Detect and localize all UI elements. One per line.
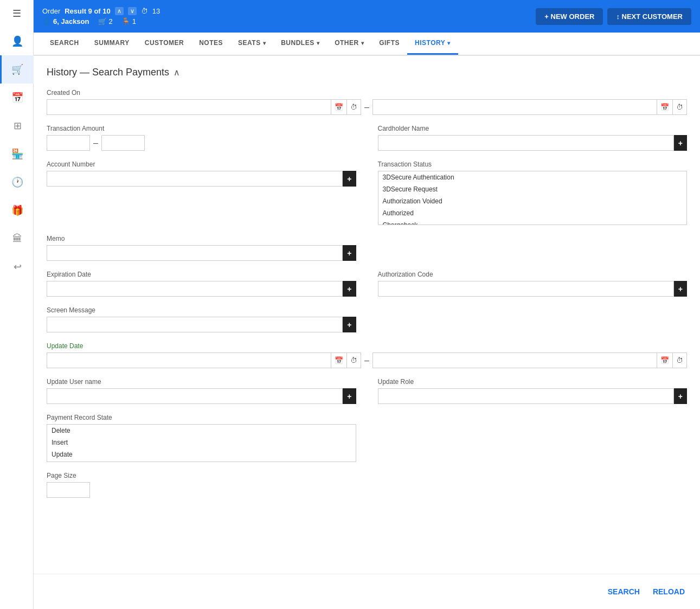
store-icon: 🏪 [11, 148, 23, 160]
update-calendar-start[interactable]: 📅 [331, 353, 346, 368]
sidebar-item-cart[interactable]: 🛒 [0, 55, 34, 84]
sidebar-item-gift[interactable]: 🎁 [0, 196, 34, 225]
update-username-plus[interactable]: + [343, 388, 356, 404]
created-on-end-input[interactable] [373, 100, 657, 114]
result-next-btn[interactable]: ∨ [128, 7, 137, 15]
calendar-picker-start[interactable]: 📅 [331, 100, 346, 114]
clock-picker-start[interactable]: ⏱ [346, 100, 361, 114]
expiration-date-plus[interactable]: + [343, 281, 356, 297]
transaction-status-label: Transaction Status [378, 161, 688, 168]
update-date-range: 📅 ⏱ – 📅 ⏱ [47, 352, 687, 368]
transaction-status-listbox[interactable]: 3DSecure Authentication 3DSecure Request… [378, 171, 688, 225]
amount-min-input[interactable] [47, 135, 90, 151]
transaction-amount-label: Transaction Amount [47, 125, 356, 132]
collapse-icon[interactable]: ∧ [174, 67, 180, 78]
update-date-label: Update Date [47, 342, 687, 350]
tab-search[interactable]: SEARCH [42, 33, 87, 55]
list-item[interactable]: Authorized [378, 207, 687, 219]
header: Order Result 9 of 10 ∧ ∨ ⏱ 13 👤 6, Jacks… [34, 0, 700, 33]
screen-message-label: Screen Message [47, 306, 356, 314]
search-form: Created On 📅 ⏱ – 📅 ⏱ T [47, 89, 687, 508]
expiration-date-input[interactable] [47, 281, 343, 297]
sidebar-item-history[interactable]: 🕐 [0, 168, 34, 196]
list-item[interactable]: Update [47, 448, 356, 460]
update-date-end-input[interactable] [373, 353, 657, 368]
tab-gifts[interactable]: GIFTS [371, 33, 407, 55]
sidebar-item-store[interactable]: 🏪 [0, 140, 34, 168]
update-role-input[interactable] [378, 388, 674, 404]
authorization-code-plus[interactable]: + [674, 281, 687, 297]
result-prev-btn[interactable]: ∧ [115, 7, 124, 15]
state-right-spacer [378, 414, 688, 462]
memo-input[interactable] [47, 245, 343, 261]
history-icon: 🕐 [11, 176, 23, 188]
page-size-input[interactable]: 10 [47, 482, 90, 498]
sidebar-item-bank[interactable]: 🏛 [0, 225, 34, 253]
sidebar-item-person[interactable]: 👤 [0, 27, 34, 55]
chevron-down-icon: ▾ [317, 40, 320, 46]
update-calendar-end[interactable]: 📅 [657, 353, 672, 368]
search-button[interactable]: SEARCH [606, 583, 642, 600]
account-number-plus[interactable]: + [343, 171, 356, 187]
account-number-input[interactable] [47, 171, 343, 187]
tab-history[interactable]: HISTORY ▾ [407, 33, 458, 55]
payment-record-state-listbox[interactable]: Delete Insert Update [47, 424, 356, 462]
list-item[interactable]: Chargeback [378, 219, 687, 225]
list-item[interactable]: Delete [47, 425, 356, 437]
list-item[interactable]: Insert [47, 437, 356, 448]
tab-other[interactable]: OTHER ▾ [327, 33, 371, 55]
screen-message-field: Screen Message + [47, 306, 356, 332]
new-order-button[interactable]: + NEW ORDER [536, 8, 603, 25]
sidebar-item-exit[interactable]: ↩ [0, 253, 34, 281]
tab-customer[interactable]: CUSTOMER [137, 33, 191, 55]
screen-message-plus[interactable]: + [343, 317, 356, 332]
sidebar-item-calendar[interactable]: 📅 [0, 84, 34, 112]
update-clock-start[interactable]: ⏱ [346, 353, 361, 368]
update-username-input-group: + [47, 388, 356, 404]
cardholder-name-field: Cardholder Name + [378, 125, 688, 151]
memo-field: Memo + [47, 235, 356, 261]
account-number-label: Account Number [47, 161, 356, 168]
menu-icon[interactable]: ☰ [0, 0, 34, 27]
page-title: History — Search Payments ∧ [47, 67, 687, 78]
update-role-input-group: + [378, 388, 688, 404]
update-username-input[interactable] [47, 388, 343, 404]
order-label: Order [42, 7, 60, 15]
list-item[interactable]: 3DSecure Request [378, 183, 687, 195]
update-clock-end[interactable]: ⏱ [672, 353, 686, 368]
transaction-amount-field: Transaction Amount – [47, 125, 356, 151]
clock-picker-end[interactable]: ⏱ [672, 100, 686, 114]
cardholder-name-input[interactable] [378, 135, 674, 151]
sidebar-item-widgets[interactable]: ⊞ [0, 112, 34, 140]
amount-max-input[interactable] [101, 135, 145, 151]
reload-button[interactable]: RELOAD [651, 583, 687, 600]
screen-message-input-group: + [47, 317, 356, 332]
seat-icon: 🪑 [121, 17, 130, 25]
amount-range: – [47, 135, 356, 151]
amount-separator: – [93, 138, 98, 148]
exit-icon: ↩ [14, 261, 22, 273]
cardholder-name-plus[interactable]: + [674, 135, 687, 151]
expiration-date-label: Expiration Date [47, 271, 356, 278]
created-on-start-input[interactable] [47, 100, 331, 114]
authorization-code-input[interactable] [378, 281, 674, 297]
authorization-code-field: Authorization Code + [378, 271, 688, 297]
account-number-input-group: + [47, 171, 356, 187]
screen-message-input[interactable] [47, 317, 343, 332]
list-item[interactable]: Authorization Voided [378, 195, 687, 207]
created-on-start: 📅 ⏱ [47, 99, 361, 115]
cardholder-name-input-group: + [378, 135, 688, 151]
update-role-plus[interactable]: + [674, 388, 687, 404]
created-on-field: Created On 📅 ⏱ – 📅 ⏱ [47, 89, 687, 115]
next-customer-button[interactable]: ↕ NEXT CUSTOMER [607, 8, 691, 25]
tab-summary[interactable]: SUMMARY [87, 33, 137, 55]
update-date-start-input[interactable] [47, 353, 331, 368]
tab-notes[interactable]: NOTES [191, 33, 230, 55]
content-area: History — Search Payments ∧ Created On 📅… [34, 56, 700, 574]
memo-plus[interactable]: + [343, 245, 356, 261]
update-date-separator: – [364, 356, 369, 366]
list-item[interactable]: 3DSecure Authentication [378, 171, 687, 183]
calendar-picker-end[interactable]: 📅 [657, 100, 672, 114]
tab-seats[interactable]: SEATS ▾ [230, 33, 273, 55]
tab-bundles[interactable]: BUNDLES ▾ [273, 33, 327, 55]
